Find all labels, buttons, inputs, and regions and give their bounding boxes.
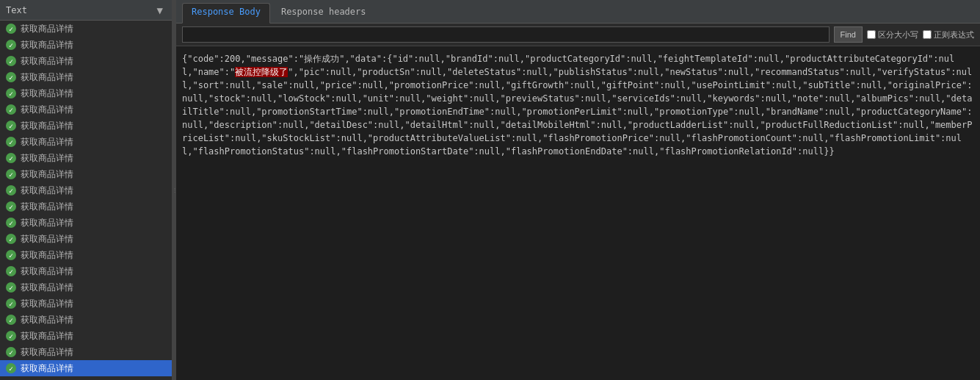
status-icon: ✓ [6, 121, 16, 131]
status-icon: ✓ [6, 315, 16, 325]
regex-option[interactable]: 正则表达式 [923, 29, 974, 40]
list-item[interactable]: ✓获取商品详情 [0, 53, 172, 69]
list-item[interactable]: ✓获取商品详情 [0, 263, 172, 279]
list-item[interactable]: ✓获取商品详情 [0, 69, 172, 85]
list-item[interactable]: ✓获取商品详情 [0, 215, 172, 231]
status-icon: ✓ [6, 201, 16, 212]
list-item[interactable]: ✓获取商品详情 [0, 295, 172, 312]
regex-checkbox[interactable] [923, 30, 932, 39]
list-item[interactable]: ✓获取商品详情 [0, 37, 172, 53]
response-body-content: {"code":200,"message":"操作成功","data":{"id… [176, 46, 980, 380]
list-item-label: 获取商品详情 [21, 71, 73, 84]
list-item-label: 获取商品详情 [21, 265, 73, 278]
list-item[interactable]: ✓获取商品详情 [0, 198, 172, 215]
list-item-label: 获取商品详情 [21, 23, 73, 35]
list-item[interactable]: ✓获取商品详情 [0, 328, 172, 344]
list-item-label: 获取商品详情 [21, 168, 73, 181]
list-item[interactable]: ✓获取商品详情 [0, 360, 172, 376]
list-item-label: 获取商品详情 [21, 39, 73, 51]
right-panel: Response Body Response headers Find 区分大小… [176, 0, 980, 380]
list-item[interactable]: ✓获取商品详情 [0, 85, 172, 101]
list-item-label: 获取商品详情 [21, 120, 73, 132]
list-item-label: 获取商品详情 [21, 201, 73, 213]
search-input[interactable] [182, 26, 830, 43]
status-icon: ✓ [6, 137, 16, 147]
list-item[interactable]: ✓获取商品详情 [0, 182, 172, 198]
list-item-label: 获取商品详情 [21, 152, 73, 165]
case-sensitive-option[interactable]: 区分大小写 [867, 29, 918, 40]
list-item-label: 获取商品详情 [21, 282, 73, 294]
list-item-label: 获取商品详情 [21, 233, 73, 245]
status-icon: ✓ [6, 72, 16, 82]
status-icon: ✓ [6, 185, 16, 196]
status-icon: ✓ [6, 234, 16, 244]
response-tabs: Response Body Response headers [176, 0, 980, 24]
list-item-label: 获取商品详情 [21, 298, 73, 310]
status-icon: ✓ [6, 56, 16, 66]
status-icon: ✓ [6, 266, 16, 276]
list-item[interactable]: ✓获取商品详情 [0, 101, 172, 118]
list-item-label: 获取商品详情 [21, 136, 73, 148]
status-icon: ✓ [6, 104, 16, 115]
list-item[interactable]: ✓获取商品详情 [0, 150, 172, 166]
find-button[interactable]: Find [834, 26, 863, 43]
left-header: Text ▼ [0, 0, 172, 21]
list-item-label: 获取商品详情 [21, 184, 73, 197]
list-item[interactable]: ✓获取商品详情 [0, 21, 172, 37]
status-icon: ✓ [6, 331, 16, 341]
list-item[interactable]: ✓获取商品详情 [0, 247, 172, 263]
status-icon: ✓ [6, 24, 16, 34]
status-icon: ✓ [6, 282, 16, 293]
highlighted-text: 被流控降级了 [235, 67, 288, 77]
list-item-label: 获取商品详情 [21, 346, 73, 359]
search-bar: Find 区分大小写 正则表达式 [176, 24, 980, 46]
status-icon: ✓ [6, 218, 16, 228]
status-icon: ✓ [6, 169, 16, 179]
status-icon: ✓ [6, 40, 16, 50]
list-item-label: 获取商品详情 [21, 249, 73, 262]
tab-response-body[interactable]: Response Body [182, 3, 270, 24]
list-item-label: 获取商品详情 [21, 104, 73, 116]
list-item-label: 获取商品详情 [21, 314, 73, 326]
list-item[interactable]: ✓获取商品详情 [0, 134, 172, 150]
status-icon: ✓ [6, 363, 16, 373]
left-panel-title: Text [6, 5, 154, 15]
request-list: ✓获取商品详情✓获取商品详情✓获取商品详情✓获取商品详情✓获取商品详情✓获取商品… [0, 21, 172, 380]
status-icon: ✓ [6, 88, 16, 98]
status-icon: ✓ [6, 153, 16, 163]
list-item[interactable]: ✓获取商品详情 [0, 118, 172, 134]
case-sensitive-checkbox[interactable] [867, 30, 876, 39]
list-item-label: 获取商品详情 [21, 217, 73, 229]
list-item-label: 获取商品详情 [21, 87, 73, 100]
status-icon: ✓ [6, 298, 16, 309]
filter-icon[interactable]: ▼ [154, 4, 166, 16]
list-item[interactable]: ✓获取商品详情 [0, 344, 172, 360]
list-item-label: 获取商品详情 [21, 362, 73, 375]
tab-response-headers[interactable]: Response headers [272, 3, 376, 23]
list-item[interactable]: ✓获取商品详情 [0, 166, 172, 182]
left-panel: Text ▼ ✓获取商品详情✓获取商品详情✓获取商品详情✓获取商品详情✓获取商品… [0, 0, 173, 380]
status-icon: ✓ [6, 250, 16, 260]
list-item-label: 获取商品详情 [21, 330, 73, 343]
list-item[interactable]: ✓获取商品详情 [0, 231, 172, 247]
status-icon: ✓ [6, 347, 16, 357]
list-item-label: 获取商品详情 [21, 55, 73, 68]
list-item[interactable]: ✓获取商品详情 [0, 279, 172, 295]
list-item[interactable]: ✓获取商品详情 [0, 312, 172, 328]
